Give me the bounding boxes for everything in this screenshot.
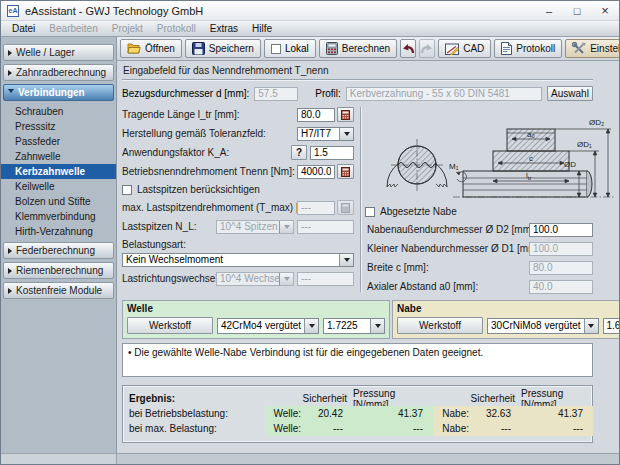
calculator-icon	[326, 42, 338, 55]
lastspitzen-nl-label: Lastspitzen N_L:	[122, 221, 216, 232]
dropdown-arrow-icon[interactable]	[584, 319, 598, 333]
window-title: eAssistant - GWJ Technology GmbH	[25, 5, 535, 17]
sidebar-item-presssitz[interactable]: Presssitz	[1, 119, 116, 134]
lastspitzen-nl-input	[297, 220, 354, 234]
sidebar-item-bolzen-und-stifte[interactable]: Bolzen und Stifte	[1, 194, 116, 209]
result-row-label: bei Betriebsbelastung:	[129, 406, 265, 421]
dim-d1-label: ØD₁	[577, 140, 592, 149]
belastungsart-label: Belastungsart:	[122, 239, 354, 250]
col-sicherheit-welle: Sicherheit	[307, 391, 353, 406]
open-folder-icon	[127, 42, 141, 55]
betriebsnenndrehmoment-label: Betriebsnenndrehmoment Tnenn [Nm]:	[122, 166, 297, 177]
anwendungsfaktor-help-button[interactable]: ?	[291, 145, 307, 160]
nabenaussendurchmesser-input[interactable]	[529, 223, 593, 237]
dropdown-arrow-icon[interactable]	[370, 319, 384, 333]
collapsed-arrow-icon	[8, 248, 12, 254]
menu-extras[interactable]: Extras	[203, 22, 245, 35]
collapsed-arrow-icon	[8, 268, 12, 274]
undo-button[interactable]	[400, 39, 416, 58]
cad-drawing-icon	[445, 42, 459, 55]
welle-sicherheit-max: ---	[307, 421, 353, 436]
lokal-toggle-group: Lokal	[264, 39, 316, 58]
undo-arrow-icon	[401, 43, 415, 54]
nabe-material-select[interactable]: 30CrNiMo8 vergütet	[487, 318, 598, 334]
sidebar-group-zahnradberechnung[interactable]: Zahnradberechnung	[3, 64, 114, 81]
welle-pressung-max: ---	[353, 421, 433, 436]
col-pressung-welle: Pressung [N/mm²]	[353, 391, 433, 406]
sidebar-item-passfeder[interactable]: Passfeder	[1, 134, 116, 149]
dim-a0-label: a₀	[527, 130, 535, 139]
sidebar-group-riemenberechnung[interactable]: Riemenberechnung	[3, 262, 114, 279]
sidebar-group-welle-lager[interactable]: Welle / Lager	[3, 44, 114, 61]
max-lastspitzendrehmoment-label: max. Lastspitzendrehmoment (T_max) [Nm]:	[122, 202, 297, 213]
toleranzfeld-select[interactable]: H7/IT7	[297, 127, 354, 141]
toolbar: Öffnen Speichern Lokal Berechnen	[117, 37, 619, 61]
nabe-material-number-select[interactable]: 1.6580	[603, 318, 619, 334]
sidebar-group-verbindungen[interactable]: Verbindungen	[3, 84, 114, 101]
breite-label: Breite c [mm]:	[365, 262, 529, 273]
lastrichtungswechsel-label: Lastrichtungswechsel:	[122, 273, 216, 284]
collapsed-arrow-icon	[8, 70, 12, 76]
welle-title: Welle	[127, 303, 385, 314]
tragende-laenge-label: Tragende Länge l_tr [mm]:	[122, 109, 297, 120]
column-divider	[360, 107, 361, 292]
einstellungen-button[interactable]: Einstellungen	[565, 39, 620, 58]
max-lastspitzendrehmoment-calc-button	[337, 200, 354, 215]
sidebar-group-kostenfreie-module[interactable]: Kostenfreie Module	[3, 282, 114, 299]
sidebar-item-klemmverbindung[interactable]: Klemmverbindung	[1, 209, 116, 224]
welle-material-select[interactable]: 42CrMo4 vergütet	[217, 318, 319, 334]
belastungsart-select[interactable]: Kein Wechselmoment	[122, 253, 354, 267]
abgesetzte-nabe-checkbox[interactable]	[365, 207, 375, 217]
bezugsdurchmesser-label: Bezugsdurchmesser d [mm]:	[122, 88, 249, 99]
axialer-abstand-input	[529, 280, 593, 294]
nabe-werkstoff-button[interactable]: Werkstoff	[397, 317, 483, 334]
abgesetzte-nabe-label: Abgesetzte Nabe	[380, 206, 457, 217]
lastrichtungswechsel-input	[297, 272, 354, 286]
lastspitzen-label: Lastspitzen berücksichtigen	[137, 184, 260, 195]
tragende-laenge-input[interactable]	[297, 108, 335, 122]
sidebar-item-kerbzahnwelle[interactable]: Kerbzahnwelle	[1, 164, 116, 179]
close-button[interactable]: ×	[591, 1, 619, 20]
results-title: Ergebnis:	[129, 391, 265, 406]
welle-panel: Welle Werkstoff 42CrMo4 vergütet 1.7225	[122, 300, 390, 339]
sidebar-item-hirth-verzahnung[interactable]: Hirth-Verzahnung	[1, 224, 116, 239]
betriebsnenndrehmoment-input[interactable]	[297, 165, 335, 179]
save-button[interactable]: Speichern	[185, 39, 261, 58]
cad-button[interactable]: CAD	[438, 39, 491, 58]
lastspitzen-checkbox[interactable]	[122, 185, 132, 195]
nabe-title: Nabe	[397, 303, 619, 314]
profil-input	[346, 87, 542, 101]
welle-material-number-select[interactable]: 1.7225	[323, 318, 385, 334]
sidebar-item-keilwelle[interactable]: Keilwelle	[1, 179, 116, 194]
sidebar-group-federberechnung[interactable]: Federberechnung	[3, 242, 114, 259]
col-pressung-nabe: Pressung [N/mm²]	[521, 391, 593, 406]
protokoll-button[interactable]: Protokoll	[494, 39, 562, 58]
collapsed-arrow-icon	[8, 288, 12, 294]
welle-sicherheit-betrieb: 20.42	[307, 406, 353, 421]
betriebsnenndrehmoment-calc-button[interactable]	[337, 164, 354, 179]
menu-datei[interactable]: Datei	[5, 22, 42, 35]
title-bar: eA eAssistant - GWJ Technology GmbH – □ …	[1, 1, 619, 21]
menu-hilfe[interactable]: Hilfe	[245, 22, 279, 35]
auswahl-button[interactable]: Auswahl	[547, 86, 593, 101]
sidebar-item-schrauben[interactable]: Schrauben	[1, 104, 116, 119]
anwendungsfaktor-input[interactable]	[310, 146, 354, 160]
max-lastspitzendrehmoment-input	[297, 201, 335, 215]
tragende-laenge-calc-button[interactable]	[337, 107, 354, 122]
form-panel: Eingabefeld für das Nenndrehmoment T_nen…	[117, 61, 619, 453]
welle-werkstoff-button[interactable]: Werkstoff	[127, 317, 213, 334]
sidebar-item-zahnwelle[interactable]: Zahnwelle	[1, 149, 116, 164]
menu-protokoll: Protokoll	[150, 22, 203, 35]
dropdown-arrow-icon[interactable]	[304, 319, 318, 333]
dropdown-arrow-icon[interactable]	[339, 254, 353, 266]
minimize-button[interactable]: –	[535, 1, 563, 20]
validation-message: • Die gewählte Welle-Nabe Verbindung ist…	[122, 343, 593, 377]
open-button[interactable]: Öffnen	[120, 39, 182, 58]
calculator-icon	[341, 203, 350, 213]
dropdown-arrow-icon[interactable]	[339, 128, 353, 140]
berechnen-button[interactable]: Berechnen	[319, 39, 397, 58]
lokal-checkbox[interactable]	[271, 44, 281, 54]
menu-bar: Datei Bearbeiten Projekt Protokoll Extra…	[1, 21, 619, 37]
dropdown-arrow-icon	[279, 273, 293, 285]
maximize-button[interactable]: □	[563, 1, 591, 20]
